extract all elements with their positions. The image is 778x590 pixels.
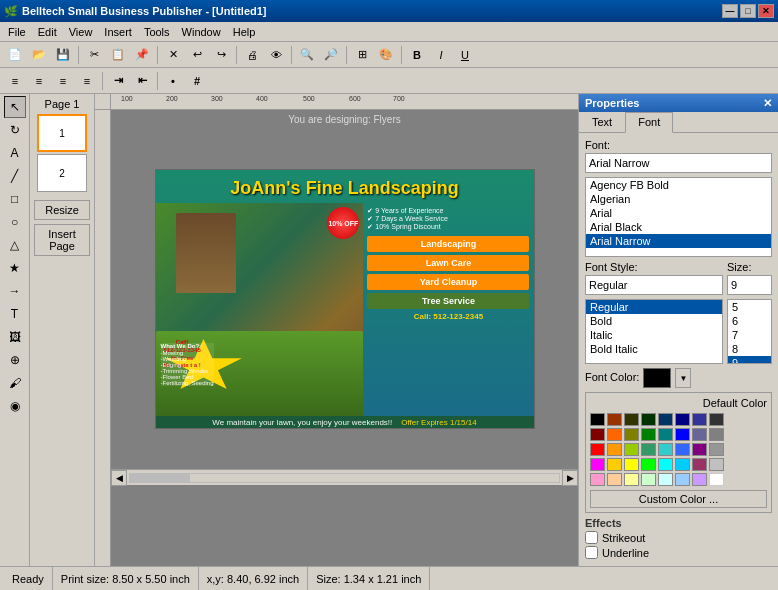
style-regular[interactable]: Regular: [586, 300, 722, 314]
color-dropdown-button[interactable]: ▼: [675, 368, 691, 388]
color-cell[interactable]: [675, 443, 690, 456]
underline-button[interactable]: U: [454, 45, 476, 65]
color-cell[interactable]: [658, 413, 673, 426]
resize-button[interactable]: Resize: [34, 200, 90, 220]
color-cell[interactable]: [658, 443, 673, 456]
scroll-left-btn[interactable]: ◀: [111, 470, 127, 486]
color-cell[interactable]: [624, 443, 639, 456]
color-swatch[interactable]: [643, 368, 671, 388]
size-list[interactable]: 5 6 7 8 9: [727, 299, 772, 364]
color-cell[interactable]: [658, 458, 673, 471]
color-cell[interactable]: [624, 413, 639, 426]
font-list[interactable]: Agency FB Bold Algerian Arial Arial Blac…: [585, 177, 772, 257]
font-item-arialblack[interactable]: Arial Black: [586, 220, 771, 234]
color-cell[interactable]: [607, 413, 622, 426]
color-button[interactable]: 🎨: [375, 45, 397, 65]
redo-button[interactable]: ↪: [210, 45, 232, 65]
color-fill-tool[interactable]: ◉: [4, 395, 26, 417]
paste-button[interactable]: 📌: [131, 45, 153, 65]
color-cell[interactable]: [641, 473, 656, 486]
color-cell[interactable]: [709, 428, 724, 441]
color-cell[interactable]: [590, 473, 605, 486]
style-input[interactable]: [585, 275, 723, 295]
color-cell[interactable]: [675, 473, 690, 486]
underline-checkbox[interactable]: [585, 546, 598, 559]
outdent-button[interactable]: ⇤: [131, 71, 153, 91]
save-button[interactable]: 💾: [52, 45, 74, 65]
rotate-tool[interactable]: ↻: [4, 119, 26, 141]
color-cell[interactable]: [692, 443, 707, 456]
menu-tools[interactable]: Tools: [138, 24, 176, 40]
color-cell[interactable]: [641, 413, 656, 426]
bold-button[interactable]: B: [406, 45, 428, 65]
cut-button[interactable]: ✂: [83, 45, 105, 65]
number-button[interactable]: #: [186, 71, 208, 91]
color-cell[interactable]: [607, 473, 622, 486]
color-cell[interactable]: [624, 428, 639, 441]
zoom-out-button[interactable]: 🔎: [320, 45, 342, 65]
color-cell[interactable]: [709, 458, 724, 471]
tab-text[interactable]: Text: [579, 112, 625, 132]
size-7[interactable]: 7: [728, 328, 771, 342]
menu-window[interactable]: Window: [176, 24, 227, 40]
close-button[interactable]: ✕: [758, 4, 774, 18]
font-input[interactable]: [585, 153, 772, 173]
align-left-button[interactable]: ≡: [4, 71, 26, 91]
style-list[interactable]: Regular Bold Italic Bold Italic: [585, 299, 723, 364]
color-cell[interactable]: [675, 428, 690, 441]
size-5[interactable]: 5: [728, 300, 771, 314]
color-cell[interactable]: [641, 428, 656, 441]
color-cell[interactable]: [607, 443, 622, 456]
line-tool[interactable]: ╱: [4, 165, 26, 187]
bullet-button[interactable]: •: [162, 71, 184, 91]
strikeout-checkbox[interactable]: [585, 531, 598, 544]
ellipse-tool[interactable]: ○: [4, 211, 26, 233]
color-cell[interactable]: [590, 413, 605, 426]
page-1-thumb[interactable]: 1: [37, 114, 87, 152]
star-tool[interactable]: ★: [4, 257, 26, 279]
insert-page-button[interactable]: Insert Page: [34, 224, 90, 256]
undo-button[interactable]: ↩: [186, 45, 208, 65]
color-cell[interactable]: [709, 473, 724, 486]
align-justify-button[interactable]: ≡: [76, 71, 98, 91]
font-item-arial[interactable]: Arial: [586, 206, 771, 220]
color-cell[interactable]: [590, 428, 605, 441]
size-9[interactable]: 9: [728, 356, 771, 364]
color-cell[interactable]: [675, 413, 690, 426]
rect-tool[interactable]: □: [4, 188, 26, 210]
new-button[interactable]: 📄: [4, 45, 26, 65]
size-8[interactable]: 8: [728, 342, 771, 356]
scroll-thumb[interactable]: [130, 474, 190, 482]
color-cell[interactable]: [692, 413, 707, 426]
color-cell[interactable]: [590, 458, 605, 471]
menu-file[interactable]: File: [2, 24, 32, 40]
menu-help[interactable]: Help: [227, 24, 262, 40]
style-italic[interactable]: Italic: [586, 328, 722, 342]
tab-font[interactable]: Font: [625, 112, 673, 133]
menu-edit[interactable]: Edit: [32, 24, 63, 40]
color-cell[interactable]: [692, 428, 707, 441]
style-bolditalic[interactable]: Bold Italic: [586, 342, 722, 356]
print-button[interactable]: 🖨: [241, 45, 263, 65]
color-cell[interactable]: [624, 458, 639, 471]
maximize-button[interactable]: □: [740, 4, 756, 18]
open-button[interactable]: 📂: [28, 45, 50, 65]
align-right-button[interactable]: ≡: [52, 71, 74, 91]
font-item-arialnarrow[interactable]: Arial Narrow: [586, 234, 771, 248]
copy-button[interactable]: 📋: [107, 45, 129, 65]
h-scrollbar[interactable]: ◀ ▶: [111, 469, 578, 485]
color-cell[interactable]: [692, 473, 707, 486]
font-item-agencyfb[interactable]: Agency FB Bold: [586, 178, 771, 192]
style-bold[interactable]: Bold: [586, 314, 722, 328]
align-center-button[interactable]: ≡: [28, 71, 50, 91]
size-input[interactable]: [727, 275, 772, 295]
select-tool[interactable]: ↖: [4, 96, 26, 118]
color-cell[interactable]: [709, 413, 724, 426]
color-cell[interactable]: [658, 473, 673, 486]
color-cell[interactable]: [641, 443, 656, 456]
zoom-tool[interactable]: ⊕: [4, 349, 26, 371]
canvas-scroll[interactable]: You are designing: Flyers JoAnn's Fine L…: [111, 110, 578, 566]
image-tool[interactable]: 🖼: [4, 326, 26, 348]
menu-view[interactable]: View: [63, 24, 99, 40]
crop-tool[interactable]: T: [4, 303, 26, 325]
